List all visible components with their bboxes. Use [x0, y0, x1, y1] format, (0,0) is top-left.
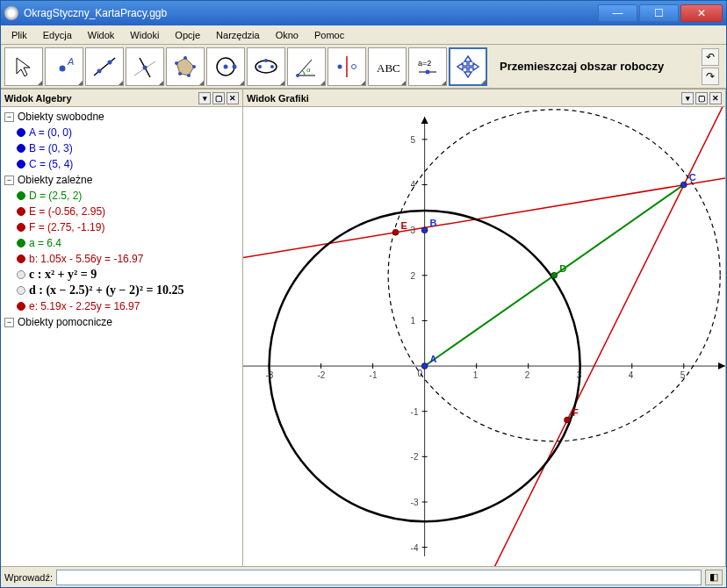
svg-point-3	[97, 68, 102, 73]
tree-group-label: Obiekty swobodne	[18, 111, 104, 123]
tree-toggle-icon[interactable]: −	[4, 112, 14, 122]
close-button[interactable]: ✕	[680, 4, 723, 22]
panel-menu-icon[interactable]: ▾	[198, 92, 211, 104]
minimize-button[interactable]: —	[598, 4, 637, 22]
svg-point-74	[421, 363, 428, 369]
object-visibility-icon[interactable]	[17, 191, 25, 200]
tree-item-label: E = (-0.56, 2.95)	[29, 205, 105, 218]
tree-item-label: b: 1.05x - 5.56y = -16.97	[29, 253, 143, 265]
svg-point-10	[192, 65, 196, 68]
menu-view[interactable]: Widok	[81, 28, 122, 42]
inputbar-help-icon[interactable]: ◧	[705, 570, 723, 585]
object-visibility-icon[interactable]	[17, 255, 25, 263]
object-visibility-icon[interactable]	[17, 160, 25, 169]
tree-item-label: a = 6.4	[29, 237, 61, 249]
tree-item[interactable]: a = 6.4	[4, 235, 239, 251]
menu-tools[interactable]: Narzędzia	[209, 28, 267, 42]
graphics-panel: Widok Grafiki ▾ ▢ ✕ -3-2-1012345-4-3-2-1…	[243, 90, 726, 566]
panel-close-icon[interactable]: ✕	[227, 92, 239, 104]
tree-item[interactable]: d : (x − 2.5)² + (y − 2)² = 10.25	[4, 283, 239, 298]
svg-line-2	[94, 58, 115, 75]
svg-point-24	[338, 64, 342, 68]
svg-point-12	[178, 72, 182, 75]
svg-point-76	[421, 227, 428, 233]
svg-text:-4: -4	[411, 543, 419, 553]
svg-text:1: 1	[473, 370, 479, 380]
tree-item[interactable]: F = (2.75, -1.19)	[4, 219, 239, 235]
tool-move[interactable]	[4, 47, 43, 86]
main-area: Widok Algebry ▾ ▢ ✕ −Obiekty swobodneA =…	[1, 89, 726, 566]
svg-point-78	[680, 182, 687, 188]
tool-slider[interactable]: a=2	[408, 47, 447, 86]
graphics-header: Widok Grafiki ▾ ▢ ✕	[243, 90, 725, 107]
svg-text:B: B	[430, 218, 437, 228]
tree-item-label: c : x² + y² = 9	[29, 268, 97, 282]
object-visibility-icon[interactable]	[17, 128, 25, 137]
panel-undock-icon[interactable]: ▢	[212, 92, 225, 104]
panel-close-icon[interactable]: ✕	[709, 92, 722, 104]
tool-line[interactable]	[85, 47, 124, 86]
object-visibility-icon[interactable]	[17, 223, 25, 232]
svg-point-80	[551, 272, 558, 278]
tool-ellipse[interactable]	[247, 47, 285, 86]
tool-polygon[interactable]	[166, 47, 205, 86]
tool-perpendicular[interactable]	[126, 47, 164, 86]
tool-moveview[interactable]	[449, 47, 487, 86]
tree-item[interactable]: b: 1.05x - 5.56y = -16.97	[4, 251, 239, 267]
panel-menu-icon[interactable]: ▾	[681, 92, 694, 104]
object-visibility-icon[interactable]	[17, 144, 25, 153]
tree-item[interactable]: B = (0, 3)	[4, 140, 239, 156]
tool-reflect[interactable]	[328, 47, 366, 86]
inputbar-label: Wprowadź:	[4, 572, 53, 583]
tree-item[interactable]: C = (5, 4)	[4, 156, 239, 172]
algebra-tree: −Obiekty swobodneA = (0, 0)B = (0, 3)C =…	[1, 107, 242, 566]
svg-text:4: 4	[629, 370, 634, 380]
svg-text:F: F	[572, 408, 579, 419]
tree-item[interactable]: E = (-0.56, 2.95)	[4, 204, 239, 219]
svg-point-82	[392, 229, 399, 235]
algebra-panel: Widok Algebry ▾ ▢ ✕ −Obiekty swobodneA =…	[1, 90, 243, 566]
object-visibility-icon[interactable]	[17, 239, 25, 247]
object-visibility-icon[interactable]	[17, 286, 25, 295]
tree-group[interactable]: −Obiekty swobodne	[4, 109, 239, 125]
redo-icon[interactable]: ↷	[702, 68, 719, 85]
tree-toggle-icon[interactable]: −	[4, 318, 14, 327]
panel-undock-icon[interactable]: ▢	[695, 92, 708, 104]
inputbar-field[interactable]	[56, 570, 702, 585]
svg-text:5: 5	[411, 135, 416, 145]
undo-icon[interactable]: ↶	[702, 48, 719, 66]
menu-edit[interactable]: Edycja	[36, 28, 79, 42]
tree-item[interactable]: A = (0, 0)	[4, 125, 239, 140]
menu-file[interactable]: Plik	[4, 28, 34, 42]
svg-point-84	[564, 417, 570, 423]
tool-text[interactable]: ABC	[368, 47, 407, 86]
object-visibility-icon[interactable]	[17, 207, 25, 216]
svg-point-25	[352, 64, 356, 68]
object-visibility-icon[interactable]	[17, 302, 25, 311]
svg-text:-2: -2	[411, 452, 419, 462]
tree-item[interactable]: c : x² + y² = 9	[4, 267, 239, 283]
algebra-header: Widok Algebry ▾ ▢ ✕	[1, 90, 242, 107]
tool-circle[interactable]	[206, 47, 245, 86]
svg-text:-3: -3	[411, 498, 419, 507]
toolbar: A α ABC a=2 Przemieszczaj obszar roboczy…	[1, 45, 726, 89]
tree-item[interactable]: e: 5.19x - 2.25y = 16.97	[4, 298, 239, 314]
menu-window[interactable]: Okno	[269, 28, 306, 42]
tree-group[interactable]: −Obiekty pomocnicze	[4, 314, 239, 330]
tree-item-label: B = (0, 3)	[29, 142, 73, 154]
tool-point[interactable]: A	[45, 47, 83, 86]
tree-item-label: D = (2.5, 2)	[29, 190, 82, 202]
tree-group[interactable]: −Obiekty zależne	[4, 172, 239, 188]
svg-point-29	[426, 69, 430, 74]
maximize-button[interactable]: ☐	[639, 4, 679, 22]
menu-options[interactable]: Opcje	[168, 28, 207, 42]
tree-item[interactable]: D = (2.5, 2)	[4, 188, 239, 204]
menu-views[interactable]: Widoki	[123, 28, 166, 42]
tool-angle[interactable]: α	[287, 47, 326, 86]
menu-help[interactable]: Pomoc	[307, 28, 351, 42]
graphics-view[interactable]: -3-2-1012345-4-3-2-112345ABCDEF	[243, 107, 725, 566]
svg-text:E: E	[401, 220, 407, 231]
tree-toggle-icon[interactable]: −	[4, 176, 14, 185]
svg-line-71	[243, 107, 725, 566]
object-visibility-icon[interactable]	[17, 270, 25, 279]
